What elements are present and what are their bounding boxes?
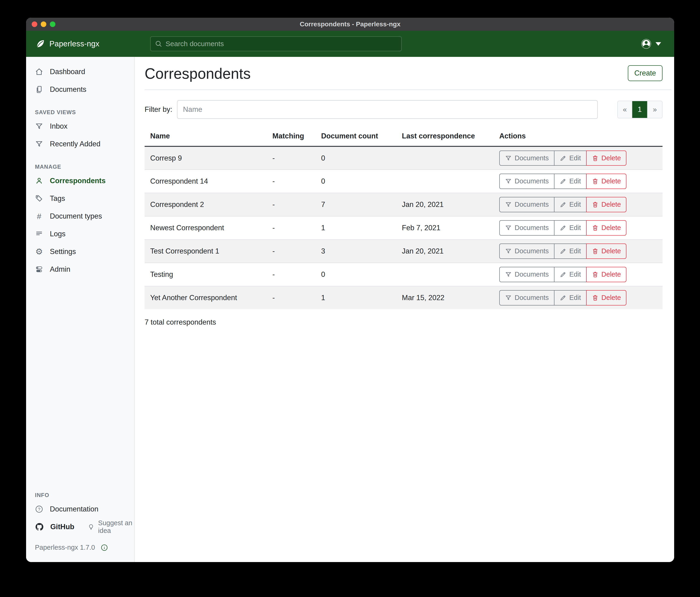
documents-button[interactable]: Documents: [499, 197, 554, 212]
edit-button[interactable]: Edit: [554, 243, 586, 259]
correspondent-name: Correspondent 14: [145, 170, 267, 193]
lightbulb-icon: [87, 523, 95, 531]
sidebar-item-suggest-idea[interactable]: Suggest an idea: [87, 518, 134, 536]
search-icon: [155, 40, 162, 48]
name-filter-input[interactable]: [177, 100, 598, 119]
sidebar-item-logs[interactable]: Logs: [26, 225, 134, 243]
filter-icon: [505, 294, 512, 301]
table-row: Corresp 9 - 0 Documents Edit Delete: [145, 146, 662, 170]
sidebar-item-label: Documents: [50, 85, 86, 94]
total-count: 7 total correspondents: [145, 318, 662, 327]
sidebar-item-correspondents[interactable]: Correspondents: [26, 172, 134, 190]
last-correspondence: [396, 263, 494, 286]
tag-icon: [35, 194, 43, 203]
edit-button[interactable]: Edit: [554, 150, 586, 166]
documents-button[interactable]: Documents: [499, 243, 554, 259]
delete-button[interactable]: Delete: [586, 174, 627, 189]
documents-button[interactable]: Documents: [499, 220, 554, 236]
filter-label: Filter by:: [145, 105, 172, 114]
trash-icon: [592, 271, 599, 278]
sidebar-item-label: Settings: [50, 247, 76, 256]
sidebar-item-label: Tags: [50, 194, 65, 203]
delete-button[interactable]: Delete: [586, 267, 627, 282]
brand[interactable]: Paperless-ngx: [35, 39, 150, 49]
sidebar-item-dashboard[interactable]: Dashboard: [26, 63, 134, 80]
documents-button[interactable]: Documents: [499, 290, 554, 306]
edit-button[interactable]: Edit: [554, 290, 586, 306]
row-actions: Documents Edit Delete: [499, 267, 626, 282]
sidebar-item-document-types[interactable]: # Document types: [26, 207, 134, 225]
main-content: Correspondents Create Filter by: « 1 » N…: [134, 57, 674, 562]
sidebar-item-label: Document types: [50, 212, 102, 220]
correspondents-table: Name Matching Document count Last corres…: [145, 126, 662, 309]
sidebar-item-documents[interactable]: Documents: [26, 80, 134, 98]
table-body: Corresp 9 - 0 Documents Edit Delete: [145, 146, 662, 309]
pagination-page-1[interactable]: 1: [632, 101, 648, 118]
sidebar-item-tags[interactable]: Tags: [26, 190, 134, 207]
edit-button[interactable]: Edit: [554, 174, 586, 189]
delete-button[interactable]: Delete: [586, 197, 627, 212]
edit-button[interactable]: Edit: [554, 197, 586, 212]
table-row: Correspondent 14 - 0 Documents Edit Dele…: [145, 170, 662, 193]
user-menu[interactable]: [641, 38, 661, 49]
document-count: 7: [316, 193, 396, 216]
sidebar-item-inbox[interactable]: Inbox: [26, 117, 134, 135]
sidebar-item-github[interactable]: GitHub: [26, 518, 74, 536]
search-input[interactable]: [166, 40, 397, 48]
filter-icon: [35, 122, 43, 130]
last-correspondence: Jan 20, 2021: [396, 193, 494, 216]
sidebar-item-label: Dashboard: [50, 68, 85, 76]
sidebar-item-recently-added[interactable]: Recently Added: [26, 135, 134, 153]
correspondent-name: Newest Correspondent: [145, 216, 267, 240]
documents-button[interactable]: Documents: [499, 174, 554, 189]
create-button[interactable]: Create: [628, 65, 662, 81]
edit-button[interactable]: Edit: [554, 220, 586, 236]
admin-toggles-icon: [35, 265, 43, 273]
documents-button[interactable]: Documents: [499, 150, 554, 166]
delete-button[interactable]: Delete: [586, 150, 627, 166]
correspondent-name: Testing: [145, 263, 267, 286]
pencil-icon: [559, 224, 567, 231]
pencil-icon: [559, 271, 567, 278]
sidebar-item-label: Documentation: [50, 505, 99, 514]
matching-value: -: [267, 263, 316, 286]
pagination: « 1 »: [617, 101, 662, 118]
app-version: Paperless-ngx 1.7.0: [35, 544, 134, 551]
sidebar-item-admin[interactable]: Admin: [26, 261, 134, 278]
sidebar-item-settings[interactable]: ⚙ Settings: [26, 243, 134, 261]
document-count: 0: [316, 146, 396, 170]
document-count: 3: [316, 240, 396, 263]
home-icon: [35, 68, 43, 76]
sidebar-item-documentation[interactable]: Documentation: [26, 500, 134, 518]
table-row: Correspondent 2 - 7 Jan 20, 2021 Documen…: [145, 193, 662, 216]
table-row: Newest Correspondent - 1 Feb 7, 2021 Doc…: [145, 216, 662, 240]
documents-button[interactable]: Documents: [499, 267, 554, 282]
row-actions: Documents Edit Delete: [499, 197, 626, 212]
trash-icon: [592, 294, 599, 301]
info-icon[interactable]: [101, 544, 108, 551]
pencil-icon: [559, 201, 567, 208]
delete-button[interactable]: Delete: [586, 243, 627, 259]
filter-icon: [505, 178, 512, 185]
last-correspondence: [396, 170, 494, 193]
pagination-next[interactable]: »: [648, 101, 662, 118]
delete-button[interactable]: Delete: [586, 220, 627, 236]
delete-button[interactable]: Delete: [586, 290, 627, 306]
correspondent-name: Test Correspondent 1: [145, 240, 267, 263]
pencil-icon: [559, 248, 567, 255]
trash-icon: [592, 155, 599, 162]
matching-value: -: [267, 240, 316, 263]
sidebar-section-manage: MANAGE: [35, 164, 134, 170]
hash-icon: #: [35, 212, 43, 221]
pagination-prev[interactable]: «: [618, 101, 632, 118]
sidebar-section-saved-views: SAVED VIEWS: [35, 109, 134, 116]
table-row: Test Correspondent 1 - 3 Jan 20, 2021 Do…: [145, 240, 662, 263]
sidebar-item-label: Correspondents: [50, 176, 105, 185]
trash-icon: [592, 178, 599, 185]
edit-button[interactable]: Edit: [554, 267, 586, 282]
search-box: [150, 37, 402, 51]
document-count: 1: [316, 216, 396, 240]
correspondent-name: Corresp 9: [145, 146, 267, 170]
divider: [145, 90, 671, 90]
matching-value: -: [267, 193, 316, 216]
